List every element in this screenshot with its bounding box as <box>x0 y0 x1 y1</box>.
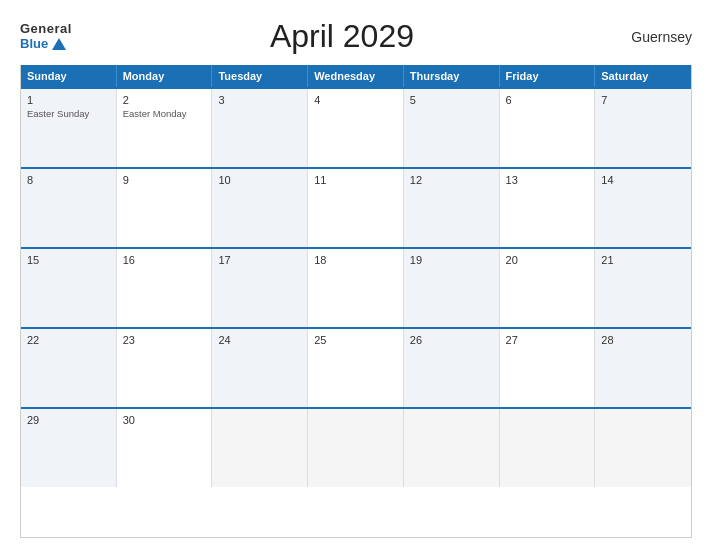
day-number: 14 <box>601 174 685 186</box>
day-number: 27 <box>506 334 589 346</box>
table-row: 5 <box>404 89 500 167</box>
table-row <box>595 409 691 487</box>
day-number: 7 <box>601 94 685 106</box>
col-thursday: Thursday <box>404 65 500 87</box>
calendar: Sunday Monday Tuesday Wednesday Thursday… <box>20 65 692 538</box>
calendar-header-row: Sunday Monday Tuesday Wednesday Thursday… <box>21 65 691 87</box>
week-row-1: 1Easter Sunday2Easter Monday34567 <box>21 87 691 167</box>
table-row: 2Easter Monday <box>117 89 213 167</box>
day-number: 22 <box>27 334 110 346</box>
calendar-body: 1Easter Sunday2Easter Monday345678910111… <box>21 87 691 487</box>
calendar-title: April 2029 <box>72 18 612 55</box>
table-row: 13 <box>500 169 596 247</box>
logo-blue-text: Blue <box>20 37 48 51</box>
day-number: 20 <box>506 254 589 266</box>
table-row: 28 <box>595 329 691 407</box>
table-row <box>404 409 500 487</box>
day-number: 21 <box>601 254 685 266</box>
table-row: 27 <box>500 329 596 407</box>
table-row: 12 <box>404 169 500 247</box>
table-row: 25 <box>308 329 404 407</box>
table-row <box>308 409 404 487</box>
table-row: 20 <box>500 249 596 327</box>
day-number: 23 <box>123 334 206 346</box>
day-number: 18 <box>314 254 397 266</box>
table-row: 4 <box>308 89 404 167</box>
table-row: 16 <box>117 249 213 327</box>
table-row: 7 <box>595 89 691 167</box>
table-row <box>212 409 308 487</box>
day-number: 19 <box>410 254 493 266</box>
page: General Blue April 2029 Guernsey Sunday … <box>0 0 712 550</box>
table-row: 11 <box>308 169 404 247</box>
logo: General Blue <box>20 22 72 51</box>
day-number: 1 <box>27 94 110 106</box>
day-number: 6 <box>506 94 589 106</box>
logo-blue-row: Blue <box>20 37 72 51</box>
day-number: 11 <box>314 174 397 186</box>
header: General Blue April 2029 Guernsey <box>20 18 692 55</box>
day-number: 15 <box>27 254 110 266</box>
day-number: 10 <box>218 174 301 186</box>
table-row: 9 <box>117 169 213 247</box>
day-number: 9 <box>123 174 206 186</box>
week-row-2: 891011121314 <box>21 167 691 247</box>
day-number: 24 <box>218 334 301 346</box>
col-tuesday: Tuesday <box>212 65 308 87</box>
day-number: 26 <box>410 334 493 346</box>
table-row: 19 <box>404 249 500 327</box>
day-number: 2 <box>123 94 206 106</box>
table-row: 1Easter Sunday <box>21 89 117 167</box>
table-row: 24 <box>212 329 308 407</box>
holiday-label: Easter Sunday <box>27 108 110 119</box>
table-row: 21 <box>595 249 691 327</box>
table-row: 23 <box>117 329 213 407</box>
week-row-4: 22232425262728 <box>21 327 691 407</box>
logo-general-text: General <box>20 22 72 36</box>
table-row <box>500 409 596 487</box>
day-number: 4 <box>314 94 397 106</box>
table-row: 14 <box>595 169 691 247</box>
table-row: 18 <box>308 249 404 327</box>
table-row: 26 <box>404 329 500 407</box>
day-number: 13 <box>506 174 589 186</box>
day-number: 16 <box>123 254 206 266</box>
day-number: 25 <box>314 334 397 346</box>
day-number: 17 <box>218 254 301 266</box>
table-row: 30 <box>117 409 213 487</box>
week-row-3: 15161718192021 <box>21 247 691 327</box>
table-row: 6 <box>500 89 596 167</box>
logo-triangle-icon <box>52 38 66 50</box>
day-number: 30 <box>123 414 206 426</box>
day-number: 29 <box>27 414 110 426</box>
table-row: 8 <box>21 169 117 247</box>
col-monday: Monday <box>117 65 213 87</box>
col-friday: Friday <box>500 65 596 87</box>
table-row: 3 <box>212 89 308 167</box>
col-saturday: Saturday <box>595 65 691 87</box>
day-number: 12 <box>410 174 493 186</box>
week-row-5: 2930 <box>21 407 691 487</box>
table-row: 17 <box>212 249 308 327</box>
col-wednesday: Wednesday <box>308 65 404 87</box>
holiday-label: Easter Monday <box>123 108 206 119</box>
table-row: 29 <box>21 409 117 487</box>
day-number: 5 <box>410 94 493 106</box>
table-row: 22 <box>21 329 117 407</box>
day-number: 8 <box>27 174 110 186</box>
day-number: 28 <box>601 334 685 346</box>
table-row: 15 <box>21 249 117 327</box>
day-number: 3 <box>218 94 301 106</box>
table-row: 10 <box>212 169 308 247</box>
region-label: Guernsey <box>612 29 692 45</box>
col-sunday: Sunday <box>21 65 117 87</box>
